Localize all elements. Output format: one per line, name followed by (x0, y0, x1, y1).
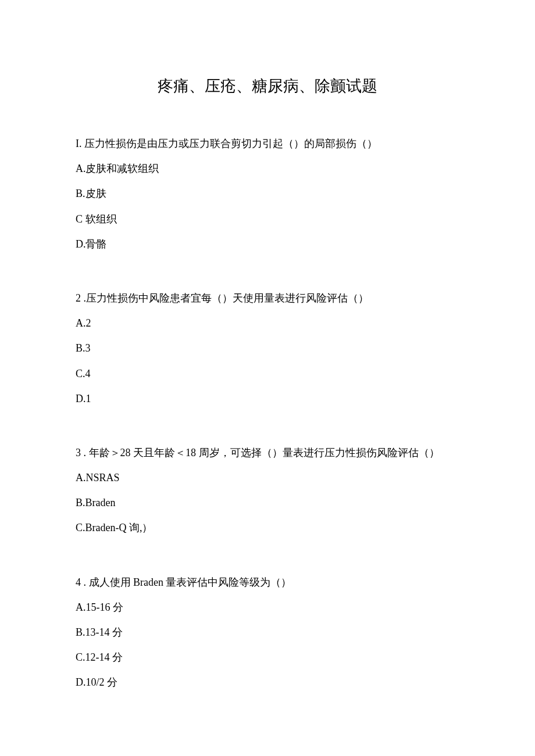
option-b: B.3 (76, 336, 459, 361)
question-text: 4 . 成人使用 Braden 量表评估中风险等级为（） (76, 570, 459, 595)
question-content: 压力性损伤是由压力或压力联合剪切力引起（）的局部损伤（） (82, 138, 378, 149)
option-c: C.12-14 分 (76, 645, 459, 670)
option-b: B.13-14 分 (76, 620, 459, 645)
question-2: 2 .压力性损伤中风险患者宜每（）天使用量表进行风险评估（） A.2 B.3 C… (76, 286, 459, 411)
document-title: 疼痛、压疮、糖尿病、除颤试题 (76, 76, 459, 96)
question-number: 4 (76, 576, 84, 588)
option-d: D.1 (76, 386, 459, 411)
option-c: C.Braden-Q 询,） (76, 515, 459, 540)
option-b: B.皮肤 (76, 181, 459, 206)
option-a: A.皮肤和减软组织 (76, 156, 459, 181)
question-text: 3 . 年龄＞28 天且年龄＜18 周岁，可选择（）量表进行压力性损伤风险评估（… (76, 440, 459, 465)
option-d: D.10/2 分 (76, 670, 459, 695)
question-4: 4 . 成人使用 Braden 量表评估中风险等级为（） A.15-16 分 B… (76, 570, 459, 696)
option-c: C.4 (76, 361, 459, 386)
question-content: . 年龄＞28 天且年龄＜18 周岁，可选择（）量表进行压力性损伤风险评估（） (84, 447, 440, 458)
option-a: A.2 (76, 311, 459, 336)
option-a: A.NSRAS (76, 465, 459, 490)
option-c: C 软组织 (76, 207, 459, 232)
question-number: 2 (76, 292, 84, 304)
question-content: .压力性损伤中风险患者宜每（）天使用量表进行风险评估（） (84, 292, 369, 304)
option-d: D.骨骼 (76, 232, 459, 257)
option-a: A.15-16 分 (76, 595, 459, 620)
option-b: B.Braden (76, 490, 459, 515)
question-number: 3 (76, 447, 84, 458)
question-text: 2 .压力性损伤中风险患者宜每（）天使用量表进行风险评估（） (76, 286, 459, 311)
question-3: 3 . 年龄＞28 天且年龄＜18 周岁，可选择（）量表进行压力性损伤风险评估（… (76, 440, 459, 541)
question-1: I. 压力性损伤是由压力或压力联合剪切力引起（）的局部损伤（） A.皮肤和减软组… (76, 131, 459, 257)
question-number: I. (76, 138, 82, 149)
question-content: . 成人使用 Braden 量表评估中风险等级为（） (84, 576, 292, 588)
question-text: I. 压力性损伤是由压力或压力联合剪切力引起（）的局部损伤（） (76, 131, 459, 156)
